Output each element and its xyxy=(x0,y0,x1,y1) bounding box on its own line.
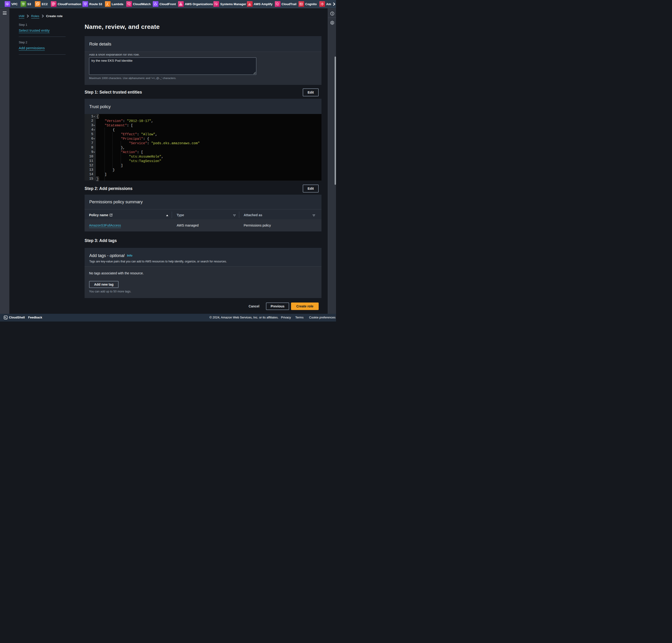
svg-text:53: 53 xyxy=(85,3,86,5)
